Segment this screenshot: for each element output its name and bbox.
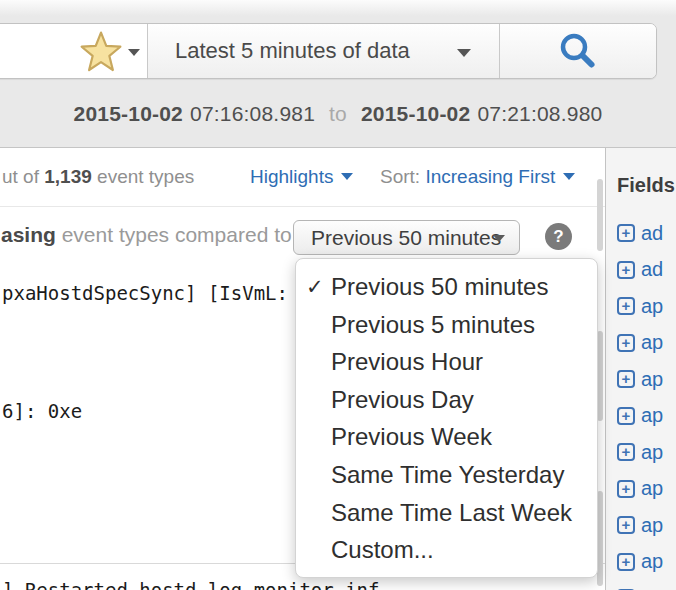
add-field-icon[interactable]: +: [617, 224, 635, 242]
field-list-item[interactable]: + ap: [617, 507, 676, 544]
time-range-value: Latest 5 minutes of data: [175, 38, 410, 64]
field-list-item[interactable]: + ap: [617, 325, 676, 362]
chevron-down-icon: [493, 235, 505, 242]
menu-item-label: Previous Week: [331, 423, 492, 450]
menu-item-label: Custom...: [331, 536, 434, 563]
field-label: ad: [641, 258, 663, 281]
log-line: pxaHostdSpecSync] [IsVmL:: [2, 282, 288, 304]
end-time: 07:21:08.980: [477, 102, 602, 126]
menu-item[interactable]: Previous Week: [296, 418, 597, 456]
log-line: 6]: 0xe: [2, 400, 82, 422]
field-label: ap: [641, 550, 663, 573]
sort-value-dropdown[interactable]: Increasing First: [425, 166, 555, 187]
field-label: ap: [641, 331, 663, 354]
favorites-caret-icon: [128, 49, 140, 56]
start-time: 07:16:08.981: [190, 102, 315, 126]
menu-item-label: Same Time Yesterday: [331, 461, 564, 488]
field-list-item[interactable]: + ap: [617, 434, 676, 471]
compare-period-dropdown[interactable]: Previous 50 minutes: [293, 220, 520, 255]
menu-item-label: Previous 50 minutes: [331, 273, 548, 300]
highlights-label: Highlights: [250, 166, 333, 187]
add-field-icon[interactable]: +: [617, 407, 635, 425]
menu-item-label: Previous Day: [331, 386, 474, 413]
add-field-icon[interactable]: +: [617, 516, 635, 534]
to-label: to: [329, 102, 347, 126]
menu-item[interactable]: Same Time Yesterday: [296, 456, 597, 494]
favorite-star-icon[interactable]: [79, 30, 123, 74]
field-list-item[interactable]: + ap: [617, 361, 676, 398]
field-label: ad: [641, 222, 663, 245]
fields-title: Fields: [617, 174, 675, 197]
compare-lead-bold: asing: [1, 223, 56, 246]
field-label: ap: [641, 404, 663, 427]
menu-item[interactable]: Previous 5 minutes: [296, 306, 597, 344]
start-date: 2015-10-02: [74, 102, 183, 126]
end-date: 2015-10-02: [361, 102, 470, 126]
count-value: 1,139: [44, 166, 92, 187]
search-icon: [557, 30, 599, 72]
field-list: + ad + ad + ap + ap: [617, 215, 676, 590]
event-type-count: ut of 1,139 event types: [2, 148, 194, 206]
compare-bar: asing event types compared to Previous 5…: [0, 208, 605, 262]
field-list-item[interactable]: + ap: [617, 580, 676, 590]
add-field-icon[interactable]: +: [617, 553, 635, 571]
sort-label: Sort:: [380, 166, 425, 187]
field-list-item[interactable]: + ad: [617, 252, 676, 289]
field-list-item[interactable]: + ap: [617, 398, 676, 435]
menu-item-label: Previous Hour: [331, 348, 483, 375]
time-range-dropdown[interactable]: Latest 5 minutes of data: [148, 24, 500, 78]
add-field-icon[interactable]: +: [617, 334, 635, 352]
field-label: ap: [641, 441, 663, 464]
menu-item-label: Previous 5 minutes: [331, 311, 535, 338]
scrollbar-thumb[interactable]: [597, 179, 603, 251]
field-label: ap: [641, 514, 663, 537]
query-input[interactable]: [0, 24, 148, 78]
count-suffix: event types: [92, 166, 194, 187]
field-list-item[interactable]: + ap: [617, 544, 676, 581]
compare-period-value: Previous 50 minutes: [311, 226, 501, 249]
field-label: ap: [641, 368, 663, 391]
field-label: ap: [641, 477, 663, 500]
help-icon[interactable]: ?: [545, 223, 572, 250]
compare-lead-text: asing event types compared to: [1, 208, 292, 262]
checkmark-icon: ✓: [306, 268, 324, 306]
sort-control: Sort: Increasing First: [380, 148, 575, 206]
field-list-item[interactable]: + ap: [617, 288, 676, 325]
field-label: ap: [641, 295, 663, 318]
add-field-icon[interactable]: +: [617, 443, 635, 461]
time-compare-menu: ✓ Previous 50 minutes Previous 5 minutes…: [295, 258, 598, 578]
menu-item[interactable]: ✓ Previous 50 minutes: [296, 268, 597, 306]
menu-item[interactable]: Custom...: [296, 531, 597, 569]
menu-item-label: Same Time Last Week: [331, 499, 572, 526]
search-button[interactable]: [500, 24, 656, 78]
chevron-down-icon: [457, 49, 471, 57]
add-field-icon[interactable]: +: [617, 370, 635, 388]
compare-lead-rest: event types compared to: [56, 223, 292, 246]
menu-item[interactable]: Previous Hour: [296, 343, 597, 381]
add-field-icon[interactable]: +: [617, 261, 635, 279]
results-bar: ut of 1,139 event types Highlights Sort:…: [0, 148, 605, 207]
log-line-clipped: ] Restarted hostd log monitor inf: [2, 579, 380, 590]
add-field-icon[interactable]: +: [617, 297, 635, 315]
menu-item[interactable]: Same Time Last Week: [296, 494, 597, 532]
add-field-icon[interactable]: +: [617, 480, 635, 498]
time-range-display: 2015-10-02 07:16:08.981 to 2015-10-02 07…: [0, 80, 676, 147]
menu-item[interactable]: Previous Day: [296, 381, 597, 419]
chevron-down-icon: [341, 173, 353, 180]
fields-sidebar: Fields + ad + ad + ap +: [606, 148, 676, 590]
highlights-dropdown[interactable]: Highlights: [250, 148, 353, 206]
count-prefix: ut of: [2, 166, 44, 187]
search-toolbar: Latest 5 minutes of data: [0, 23, 657, 79]
field-list-item[interactable]: + ad: [617, 215, 676, 252]
chevron-down-icon: [563, 173, 575, 180]
field-list-item[interactable]: + ap: [617, 471, 676, 508]
